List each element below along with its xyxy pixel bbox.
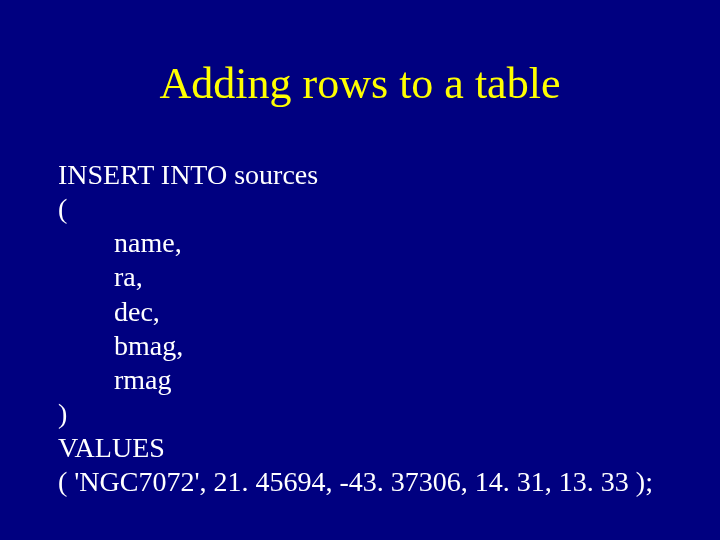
code-line: bmag, xyxy=(58,330,183,361)
code-line: rmag xyxy=(58,364,172,395)
code-line: VALUES xyxy=(58,432,165,463)
code-line: dec, xyxy=(58,296,160,327)
code-line: INSERT INTO sources xyxy=(58,159,318,190)
slide-title: Adding rows to a table xyxy=(0,0,720,109)
code-line: ) xyxy=(58,398,67,429)
slide: Adding rows to a table INSERT INTO sourc… xyxy=(0,0,720,540)
code-line: ( xyxy=(58,193,67,224)
code-line: name, xyxy=(58,227,182,258)
code-block: INSERT INTO sources ( name, ra, dec, bma… xyxy=(58,158,653,500)
code-line: ( 'NGC7072', 21. 45694, -43. 37306, 14. … xyxy=(58,466,653,497)
code-line: ra, xyxy=(58,261,143,292)
